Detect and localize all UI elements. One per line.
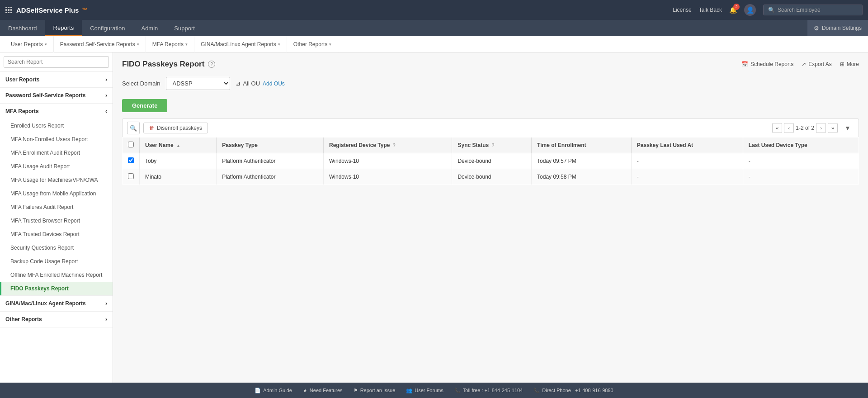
domain-select[interactable]: ADSSP [166, 77, 230, 90]
generate-btn[interactable]: Generate [122, 99, 167, 112]
sidebar-section-mfa-reports: MFA Reports ‹ Enrolled Users Report MFA … [0, 104, 113, 296]
sidebar-item-mfa-trusted-devices[interactable]: MFA Trusted Devices Report [0, 227, 113, 241]
main-content: FIDO Passkeys Report ? 📅 Schedule Report… [113, 52, 868, 383]
col-last-used-at: Passkey Last Used At [631, 137, 743, 153]
trash-icon: 🗑 [149, 125, 155, 131]
search-employee-label: Search Employee [778, 7, 821, 13]
table-row: Toby Platform Authenticator Windows-10 D… [123, 153, 859, 169]
sub-nav-gina-reports[interactable]: GINA/Mac/Linux Agent Reports ▾ [194, 36, 287, 52]
top-bar: ADSelfService Plus ™ License Talk Back 🔔… [0, 0, 868, 20]
chevron-down-icon: ▾ [329, 42, 331, 47]
more-btn[interactable]: ⊞ More [840, 61, 859, 67]
nav-admin[interactable]: Admin [133, 20, 166, 36]
search-employee-icon: 🔍 [768, 7, 775, 13]
sub-nav-other-reports[interactable]: Other Reports ▾ [287, 36, 338, 52]
gear-icon: ⚙ [814, 25, 819, 32]
grid-menu-icon[interactable] [5, 7, 12, 13]
table-filter-btn[interactable]: ▼ [841, 122, 854, 134]
chevron-down-icon: ▾ [137, 42, 139, 47]
chevron-right-icon: › [105, 300, 107, 307]
add-ous-link[interactable]: Add OUs [263, 81, 285, 87]
row-passkey-type: Platform Authenticator [217, 169, 324, 185]
app-name: ADSelfService Plus [16, 6, 79, 14]
help-icon-sync[interactable]: ? [492, 143, 495, 148]
sidebar-item-mfa-usage-mobile[interactable]: MFA Usage from Mobile Application [0, 187, 113, 200]
sidebar-item-mfa-usage-audit[interactable]: MFA Usage Audit Report [0, 160, 113, 173]
avatar-icon: 👤 [746, 6, 754, 14]
chevron-down-icon: ‹ [105, 108, 107, 114]
next-page-btn[interactable]: › [816, 123, 826, 133]
app-logo-symbol: ™ [81, 6, 88, 14]
sidebar-item-fido-passkeys[interactable]: FIDO Passkeys Report [0, 282, 113, 295]
sub-nav-password-reports[interactable]: Password Self-Service Reports ▾ [54, 36, 146, 52]
row-last-device: - [743, 169, 859, 185]
main-layout: User Reports › Password Self-Service Rep… [0, 52, 868, 383]
schedule-reports-btn[interactable]: 📅 Schedule Reports [741, 61, 793, 67]
sidebar-item-mfa-trusted-browser[interactable]: MFA Trusted Browser Report [0, 214, 113, 227]
sidebar-section-password-reports: Password Self-Service Reports › [0, 88, 113, 104]
table-toolbar: 🔍 🗑 Disenroll passkeys « ‹ 1-2 of 2 › » … [122, 118, 859, 137]
sidebar-search-container [0, 52, 113, 72]
sidebar-search-input[interactable] [4, 56, 109, 68]
row-checkbox-cell [123, 169, 140, 185]
col-sync-status: Sync Status ? [452, 137, 532, 153]
sidebar-section-header-gina-reports[interactable]: GINA/Mac/Linux Agent Reports › [0, 296, 113, 311]
sidebar-item-mfa-usage-machines[interactable]: MFA Usage for Machines/VPN/OWA [0, 173, 113, 187]
talk-back-link[interactable]: Talk Back [699, 7, 722, 13]
sidebar-item-mfa-enrollment-audit[interactable]: MFA Enrollment Audit Report [0, 146, 113, 160]
row-checkbox[interactable] [128, 157, 134, 163]
select-all-checkbox[interactable] [128, 142, 134, 147]
nav-dashboard[interactable]: Dashboard [0, 20, 45, 36]
sub-nav-mfa-reports[interactable]: MFA Reports ▾ [146, 36, 194, 52]
sidebar-section-header-user-reports[interactable]: User Reports › [0, 72, 113, 87]
page-actions: 📅 Schedule Reports ↗ Export As ⊞ More [741, 61, 859, 67]
row-registered-device: Windows-10 [323, 153, 452, 169]
nav-reports[interactable]: Reports [45, 20, 82, 36]
top-bar-right: License Talk Back 🔔 2 👤 🔍 Search Employe… [673, 4, 863, 16]
row-last-used-at: - [631, 169, 743, 185]
sidebar-item-backup-code[interactable]: Backup Code Usage Report [0, 255, 113, 268]
user-avatar[interactable]: 👤 [744, 4, 756, 16]
search-employee-box[interactable]: 🔍 Search Employee [763, 5, 863, 15]
row-last-device: - [743, 153, 859, 169]
select-all-header [123, 137, 140, 153]
sidebar-item-mfa-non-enrolled[interactable]: MFA Non-Enrolled Users Report [0, 133, 113, 146]
chevron-down-icon: ▾ [278, 42, 280, 47]
app-logo: ADSelfService Plus ™ [16, 6, 88, 14]
last-page-btn[interactable]: » [828, 123, 838, 133]
row-time-enrolled: Today 09:57 PM [532, 153, 632, 169]
notification-bell[interactable]: 🔔 2 [729, 6, 737, 14]
row-passkey-type: Platform Authenticator [217, 153, 324, 169]
page-header: FIDO Passkeys Report ? 📅 Schedule Report… [122, 60, 859, 69]
domain-select-container: ADSSP [166, 77, 230, 90]
sidebar-section-gina-reports: GINA/Mac/Linux Agent Reports › [0, 296, 113, 312]
help-icon-device[interactable]: ? [393, 143, 396, 148]
table-body: Toby Platform Authenticator Windows-10 D… [123, 153, 859, 185]
disenroll-btn[interactable]: 🗑 Disenroll passkeys [143, 123, 208, 133]
first-page-btn[interactable]: « [772, 123, 782, 133]
sort-icon[interactable]: ▲ [176, 143, 180, 148]
sidebar-section-header-other-reports[interactable]: Other Reports › [0, 312, 113, 327]
sidebar-item-security-questions[interactable]: Security Questions Report [0, 241, 113, 255]
sidebar-section-header-password-reports[interactable]: Password Self-Service Reports › [0, 88, 113, 103]
page-title: FIDO Passkeys Report [122, 60, 204, 69]
chevron-right-icon: › [105, 316, 107, 322]
license-link[interactable]: License [673, 7, 691, 13]
prev-page-btn[interactable]: ‹ [784, 123, 794, 133]
toolbar-right: « ‹ 1-2 of 2 › » ▼ [772, 122, 854, 134]
table-search-btn[interactable]: 🔍 [127, 122, 140, 134]
sidebar-item-mfa-failures[interactable]: MFA Failures Audit Report [0, 200, 113, 214]
row-checkbox[interactable] [128, 173, 134, 179]
sub-nav-user-reports[interactable]: User Reports ▾ [5, 36, 54, 52]
top-bar-left: ADSelfService Plus ™ [5, 6, 88, 14]
sidebar-item-offline-mfa[interactable]: Offline MFA Enrolled Machines Report [0, 268, 113, 282]
col-passkey-type: Passkey Type [217, 137, 324, 153]
sidebar-section-user-reports: User Reports › [0, 72, 113, 88]
page-help-icon[interactable]: ? [208, 61, 215, 68]
sidebar-item-enrolled-users[interactable]: Enrolled Users Report [0, 119, 113, 133]
domain-settings-btn[interactable]: ⚙ Domain Settings [807, 20, 868, 36]
nav-support[interactable]: Support [166, 20, 203, 36]
sidebar-section-header-mfa-reports[interactable]: MFA Reports ‹ [0, 104, 113, 119]
nav-configuration[interactable]: Configuration [82, 20, 133, 36]
export-as-btn[interactable]: ↗ Export As [802, 61, 831, 67]
